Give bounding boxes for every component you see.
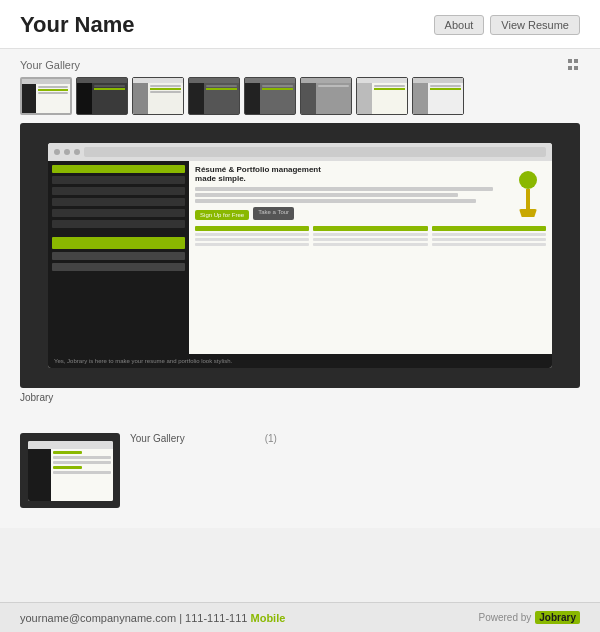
preview-caption: Jobrary	[20, 392, 580, 403]
preview-heading: Résumé & Portfolio managementmade simple…	[195, 165, 546, 184]
small-preview-box[interactable]	[20, 433, 120, 508]
preview-main: Résumé & Portfolio managementmade simple…	[189, 161, 552, 354]
preview-col-1	[195, 226, 309, 248]
col-line-3a	[432, 233, 546, 236]
powered-by-text: Powered by	[479, 612, 532, 623]
browser-dot-1	[54, 149, 60, 155]
second-section: Your Gallery (1)	[20, 423, 580, 508]
col-title-3	[432, 226, 546, 231]
thumbnail-7[interactable]	[356, 77, 408, 115]
preview-tour-btn: Take a Tour	[253, 207, 294, 220]
page-title: Your Name	[20, 12, 135, 38]
gallery-label-row: Your Gallery	[20, 59, 580, 71]
footer-mobile-label: Mobile	[251, 612, 286, 624]
main-content: Your Gallery	[0, 49, 600, 528]
preview-cta-buttons: Sign Up for Free Take a Tour	[195, 207, 546, 220]
small-gallery-label: Your Gallery	[130, 433, 185, 444]
preview-content-area: Résumé & Portfolio managementmade simple…	[48, 161, 552, 354]
small-line-3	[53, 471, 110, 474]
mascot-head	[519, 171, 537, 189]
header-buttons: About View Resume	[434, 15, 580, 35]
view-resume-button[interactable]: View Resume	[490, 15, 580, 35]
small-sidebar	[28, 449, 52, 501]
browser-dot-2	[64, 149, 70, 155]
col-line-1c	[195, 243, 309, 246]
col-line-2c	[313, 243, 427, 246]
preview-text-3	[195, 199, 476, 203]
thumbnails-row	[20, 77, 580, 115]
preview-nav-item-5	[52, 220, 185, 228]
small-green-2	[53, 466, 82, 469]
thumbnail-4[interactable]	[188, 77, 240, 115]
small-line-1	[53, 456, 110, 459]
preview-text-1	[195, 187, 493, 191]
thumbnail-6[interactable]	[300, 77, 352, 115]
about-button[interactable]: About	[434, 15, 485, 35]
small-preview-inner	[28, 441, 113, 501]
thumbnail-3[interactable]	[132, 77, 184, 115]
small-preview-content	[28, 449, 113, 501]
col-line-1a	[195, 233, 309, 236]
col-line-2b	[313, 238, 427, 241]
thumbnail-5[interactable]	[244, 77, 296, 115]
small-gallery-count: (1)	[265, 433, 277, 444]
preview-footer-bar: Yes, Jobrary is here to make your resume…	[48, 354, 552, 368]
footer-phone: 111-111-111	[185, 612, 247, 624]
grid-view-icon[interactable]	[568, 59, 580, 71]
preview-nav-item-2	[52, 187, 185, 195]
preview-nav-item-7	[52, 263, 185, 271]
small-line-2	[53, 461, 110, 464]
preview-col-2	[313, 226, 427, 248]
preview-nav-item-4	[52, 209, 185, 217]
preview-nav-item-1	[52, 176, 185, 184]
small-gallery-wrapper: Your Gallery (1)	[20, 433, 580, 508]
header: Your Name About View Resume	[0, 0, 600, 49]
preview-footer-text: Yes, Jobrary is here to make your resume…	[54, 358, 232, 364]
preview-nav-item-6	[52, 252, 185, 260]
col-line-3c	[432, 243, 546, 246]
footer-email: yourname@companyname.com	[20, 612, 176, 624]
preview-nav-item-active	[52, 165, 185, 173]
preview-nav-item-3	[52, 198, 185, 206]
small-main	[51, 449, 112, 501]
browser-dot-3	[74, 149, 80, 155]
large-preview: Résumé & Portfolio managementmade simple…	[20, 123, 580, 388]
small-browser-bar	[28, 441, 113, 449]
thumbnail-1[interactable]	[20, 77, 72, 115]
preview-text-2	[195, 193, 458, 197]
col-title-2	[313, 226, 427, 231]
gallery-label: Your Gallery	[20, 59, 80, 71]
mascot-base	[519, 209, 537, 217]
mascot-stick	[526, 189, 530, 209]
thumbnail-2[interactable]	[76, 77, 128, 115]
browser-address	[84, 147, 546, 157]
col-title-1	[195, 226, 309, 231]
footer-powered-by: Powered by Jobrary	[479, 611, 581, 624]
jobrary-brand[interactable]: Jobrary	[535, 611, 580, 624]
col-line-3b	[432, 238, 546, 241]
col-line-1b	[195, 238, 309, 241]
preview-mascot	[514, 171, 542, 221]
footer: yourname@companyname.com | 111-111-111 M…	[0, 602, 600, 632]
thumbnail-8[interactable]	[412, 77, 464, 115]
preview-col-3	[432, 226, 546, 248]
col-line-2a	[313, 233, 427, 236]
preview-inner: Résumé & Portfolio managementmade simple…	[48, 143, 552, 368]
small-green-line	[53, 451, 82, 454]
preview-green-block	[52, 237, 185, 249]
preview-browser-bar	[48, 143, 552, 161]
footer-contact: yourname@companyname.com | 111-111-111 M…	[20, 612, 285, 624]
preview-feature-cols	[195, 226, 546, 248]
preview-sidebar	[48, 161, 189, 354]
preview-signup-btn: Sign Up for Free	[195, 210, 249, 220]
small-gallery-info: Your Gallery (1)	[130, 433, 277, 444]
